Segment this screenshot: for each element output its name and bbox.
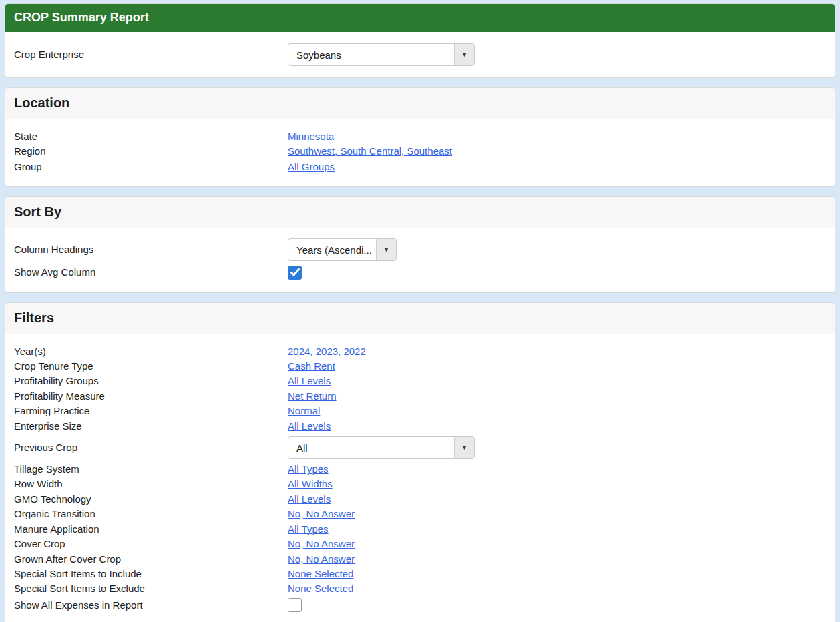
crop-tenure-type-label: Crop Tenure Type bbox=[14, 359, 288, 374]
column-headings-dropdown[interactable]: Years (Ascendi... ▼ bbox=[288, 238, 397, 261]
special-sort-exclude-row: Special Sort Items to Exclude None Selec… bbox=[14, 581, 826, 596]
special-sort-exclude-label: Special Sort Items to Exclude bbox=[14, 581, 288, 596]
cover-crop-label: Cover Crop bbox=[14, 537, 288, 551]
filters-section-title: Filters bbox=[5, 303, 835, 334]
column-headings-label: Column Headings bbox=[14, 242, 288, 257]
region-label: Region bbox=[14, 144, 288, 159]
column-headings-selected-value: Years (Ascendi... bbox=[288, 239, 376, 260]
special-sort-include-label: Special Sort Items to Include bbox=[14, 567, 288, 581]
location-panel: Location State Minnesota Region Southwes… bbox=[5, 87, 835, 187]
sort-by-panel-body: Column Headings Years (Ascendi... ▼ Show… bbox=[5, 228, 835, 292]
row-width-link[interactable]: All Widths bbox=[288, 477, 333, 491]
location-panel-body: State Minnesota Region Southwest, South … bbox=[5, 119, 835, 186]
group-row: Group All Groups bbox=[14, 160, 826, 174]
show-all-expenses-checkbox[interactable] bbox=[288, 598, 302, 612]
show-avg-column-row: Show Avg Column bbox=[14, 265, 826, 280]
grown-after-cover-crop-label: Grown After Cover Crop bbox=[14, 552, 288, 567]
previous-crop-label: Previous Crop bbox=[14, 440, 288, 455]
cover-crop-link[interactable]: No, No Answer bbox=[288, 537, 355, 551]
tillage-system-label: Tillage System bbox=[14, 462, 288, 477]
filters-panel: Filters Year(s) 2024, 2023, 2022 Crop Te… bbox=[5, 302, 835, 622]
page-title: CROP Summary Report bbox=[5, 4, 835, 32]
manure-application-link[interactable]: All Types bbox=[288, 522, 329, 537]
years-label: Year(s) bbox=[14, 344, 288, 359]
special-sort-include-row: Special Sort Items to Include None Selec… bbox=[14, 567, 826, 581]
crop-summary-report-page: CROP Summary Report Crop Enterprise Soyb… bbox=[0, 0, 840, 622]
profitability-groups-link[interactable]: All Levels bbox=[288, 374, 331, 388]
sort-by-panel: Sort By Column Headings Years (Ascendi..… bbox=[5, 196, 835, 292]
farming-practice-label: Farming Practice bbox=[14, 404, 288, 418]
previous-crop-row: Previous Crop All ▼ bbox=[14, 436, 826, 459]
state-link[interactable]: Minnesota bbox=[288, 129, 334, 144]
crop-tenure-type-link[interactable]: Cash Rent bbox=[288, 359, 335, 374]
farming-practice-row: Farming Practice Normal bbox=[14, 404, 826, 418]
gmo-technology-link[interactable]: All Levels bbox=[288, 492, 331, 507]
cover-crop-row: Cover Crop No, No Answer bbox=[14, 537, 826, 551]
crop-enterprise-label: Crop Enterprise bbox=[14, 47, 288, 62]
organic-transition-row: Organic Transition No, No Answer bbox=[14, 507, 826, 521]
group-label: Group bbox=[14, 160, 288, 174]
crop-enterprise-row: Crop Enterprise Soybeans ▼ bbox=[14, 43, 826, 66]
crop-enterprise-selected-value: Soybeans bbox=[288, 44, 454, 65]
previous-crop-dropdown-button[interactable]: ▼ bbox=[454, 437, 474, 458]
location-section-title: Location bbox=[5, 88, 835, 119]
column-headings-dropdown-button[interactable]: ▼ bbox=[376, 239, 396, 260]
show-all-expenses-row: Show All Expenses in Report bbox=[14, 598, 826, 613]
row-width-label: Row Width bbox=[14, 477, 288, 491]
enterprise-size-label: Enterprise Size bbox=[14, 419, 288, 434]
row-width-row: Row Width All Widths bbox=[14, 477, 826, 491]
grown-after-cover-crop-link[interactable]: No, No Answer bbox=[288, 552, 355, 567]
column-headings-row: Column Headings Years (Ascendi... ▼ bbox=[14, 238, 826, 261]
years-row: Year(s) 2024, 2023, 2022 bbox=[14, 344, 826, 359]
state-label: State bbox=[14, 129, 288, 144]
crop-enterprise-dropdown[interactable]: Soybeans ▼ bbox=[288, 43, 475, 66]
show-all-expenses-label: Show All Expenses in Report bbox=[14, 598, 288, 613]
crop-enterprise-dropdown-button[interactable]: ▼ bbox=[454, 44, 474, 65]
checkmark-icon bbox=[290, 268, 300, 276]
gmo-technology-row: GMO Technology All Levels bbox=[14, 492, 826, 507]
organic-transition-label: Organic Transition bbox=[14, 507, 288, 521]
group-link[interactable]: All Groups bbox=[288, 160, 335, 174]
farming-practice-link[interactable]: Normal bbox=[288, 404, 320, 418]
tillage-system-row: Tillage System All Types bbox=[14, 462, 826, 477]
enterprise-size-link[interactable]: All Levels bbox=[288, 419, 331, 434]
previous-crop-dropdown[interactable]: All ▼ bbox=[288, 436, 475, 459]
chevron-down-icon: ▼ bbox=[383, 247, 389, 253]
show-avg-column-label: Show Avg Column bbox=[14, 265, 288, 280]
manure-application-row: Manure Application All Types bbox=[14, 522, 826, 537]
state-row: State Minnesota bbox=[14, 129, 826, 144]
chevron-down-icon: ▼ bbox=[461, 52, 467, 58]
special-sort-include-link[interactable]: None Selected bbox=[288, 567, 353, 581]
grown-after-cover-crop-row: Grown After Cover Crop No, No Answer bbox=[14, 552, 826, 567]
report-panel: CROP Summary Report Crop Enterprise Soyb… bbox=[5, 3, 835, 78]
filters-panel-body: Year(s) 2024, 2023, 2022 Crop Tenure Typ… bbox=[5, 334, 835, 622]
gmo-technology-label: GMO Technology bbox=[14, 492, 288, 507]
profitability-measure-row: Profitability Measure Net Return bbox=[14, 389, 826, 404]
manure-application-label: Manure Application bbox=[14, 522, 288, 537]
region-link[interactable]: Southwest, South Central, Southeast bbox=[288, 144, 452, 159]
profitability-measure-label: Profitability Measure bbox=[14, 389, 288, 404]
report-panel-body: Crop Enterprise Soybeans ▼ bbox=[5, 32, 835, 77]
profitability-measure-link[interactable]: Net Return bbox=[288, 389, 337, 404]
profitability-groups-row: Profitability Groups All Levels bbox=[14, 374, 826, 388]
special-sort-exclude-link[interactable]: None Selected bbox=[288, 581, 353, 596]
crop-tenure-type-row: Crop Tenure Type Cash Rent bbox=[14, 359, 826, 374]
chevron-down-icon: ▼ bbox=[461, 445, 467, 451]
years-link[interactable]: 2024, 2023, 2022 bbox=[288, 344, 366, 359]
region-row: Region Southwest, South Central, Southea… bbox=[14, 144, 826, 159]
enterprise-size-row: Enterprise Size All Levels bbox=[14, 419, 826, 434]
organic-transition-link[interactable]: No, No Answer bbox=[288, 507, 355, 521]
previous-crop-selected-value: All bbox=[288, 437, 454, 458]
profitability-groups-label: Profitability Groups bbox=[14, 374, 288, 388]
tillage-system-link[interactable]: All Types bbox=[288, 462, 329, 477]
show-avg-column-checkbox[interactable] bbox=[288, 266, 302, 280]
sort-by-section-title: Sort By bbox=[5, 197, 835, 228]
